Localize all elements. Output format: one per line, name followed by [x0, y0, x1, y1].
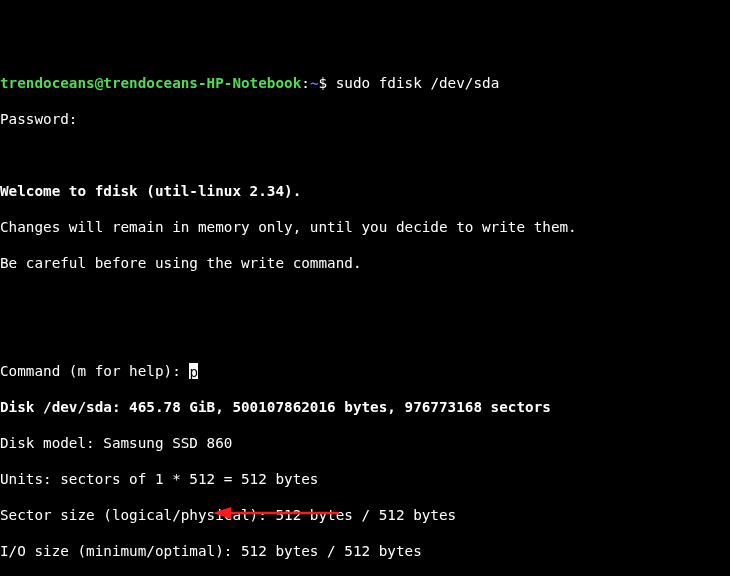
entered-command: sudo fdisk /dev/sda	[336, 75, 500, 91]
fdisk-command-prompt-1[interactable]: Command (m for help): p	[0, 362, 730, 380]
user-host: trendoceans@trendoceans-HP-Notebook	[0, 75, 301, 91]
careful-line: Be careful before using the write comman…	[0, 254, 730, 272]
password-prompt: Password:	[0, 110, 730, 128]
welcome-line: Welcome to fdisk (util-linux 2.34).	[0, 182, 730, 200]
blank	[0, 290, 730, 308]
io-size: I/O size (minimum/optimal): 512 bytes / …	[0, 542, 730, 560]
changes-line: Changes will remain in memory only, unti…	[0, 218, 730, 236]
cmd-label: Command (m for help):	[0, 363, 189, 379]
colon: :	[301, 75, 310, 91]
units-line: Units: sectors of 1 * 512 = 512 bytes	[0, 470, 730, 488]
cursor-icon: p	[189, 363, 198, 379]
blank	[0, 326, 730, 344]
blank	[0, 146, 730, 164]
sector-size: Sector size (logical/physical): 512 byte…	[0, 506, 730, 524]
shell-prompt-line: trendoceans@trendoceans-HP-Notebook:~$ s…	[0, 74, 730, 92]
dollar: $	[318, 75, 335, 91]
disk-model: Disk model: Samsung SSD 860	[0, 434, 730, 452]
disk-header: Disk /dev/sda: 465.78 GiB, 500107862016 …	[0, 398, 730, 416]
